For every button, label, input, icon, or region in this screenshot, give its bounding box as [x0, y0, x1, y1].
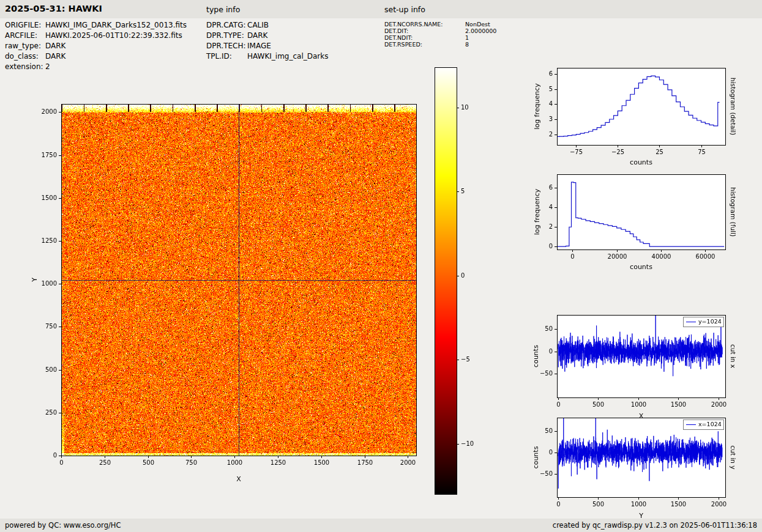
setup-info-row: DET.NCORRS.NAME:NonDest: [384, 21, 496, 28]
field-value: DARK: [45, 52, 65, 61]
field-label: ARCFILE:: [5, 31, 45, 41]
field-label: DPR.TYPE:: [206, 31, 247, 41]
type-info-row: DPR.TYPE:DARK: [206, 31, 329, 41]
file-info-block: ORIGFILE:HAWKI_IMG_DARK_Darks152_0013.fi…: [5, 20, 187, 72]
type-info-row: DPR.CATG:CALIB: [206, 20, 329, 31]
field-value: HAWKI.2025-06-01T10:22:39.332.fits: [45, 31, 182, 40]
field-label: extension:: [5, 62, 45, 72]
setup-info-heading: set-up info: [384, 5, 425, 14]
type-info-row: DPR.TECH:IMAGE: [206, 41, 329, 51]
footer-bar: powered by QC: www.eso.org/HC created by…: [0, 519, 762, 532]
type-info-row: TPL.ID:HAWKI_img_cal_Darks: [206, 51, 329, 62]
setup-info-row: DET.NDIT:1: [384, 34, 496, 41]
footer-powered-by: powered by QC: www.eso.org/HC: [5, 521, 121, 530]
field-label: DPR.TECH:: [206, 41, 247, 51]
field-value: IMAGE: [247, 42, 271, 50]
field-value: HAWKI_IMG_DARK_Darks152_0013.fits: [45, 21, 187, 29]
field-value: HAWKI_img_cal_Darks: [247, 52, 329, 61]
file-info-row: raw_type:DARK: [5, 41, 187, 51]
field-value: 8: [465, 41, 469, 48]
field-label: DET.NCORRS.NAME:: [384, 21, 465, 28]
colorbar: [428, 61, 496, 498]
field-value: NonDest: [465, 21, 490, 28]
field-value: DARK: [247, 31, 267, 40]
main-image-plot: [18, 61, 428, 489]
field-label: raw_type:: [5, 41, 45, 51]
page-title: 2025-05-31: HAWKI: [5, 4, 102, 13]
field-value: CALIB: [247, 21, 269, 29]
field-label: TPL.ID:: [206, 51, 247, 62]
field-label: DET.RSPEED:: [384, 41, 465, 48]
file-info-row: ORIGFILE:HAWKI_IMG_DARK_Darks152_0013.fi…: [5, 20, 187, 31]
cut-in-x-plot: [520, 303, 753, 423]
file-info-row: do_class:DARK: [5, 51, 187, 62]
setup-info-block: DET.NCORRS.NAME:NonDest DET.DIT:2.000000…: [384, 21, 496, 48]
type-info-block: DPR.CATG:CALIB DPR.TYPE:DARK DPR.TECH:IM…: [206, 20, 329, 62]
field-label: DET.DIT:: [384, 28, 465, 34]
file-info-row: extension:2: [5, 62, 187, 72]
field-value: 2.0000000: [465, 28, 496, 34]
setup-info-row: DET.DIT:2.0000000: [384, 28, 496, 34]
histogram-detail-plot: [520, 58, 753, 168]
type-info-heading: type info: [206, 5, 240, 14]
histogram-full-plot: [520, 165, 753, 275]
field-label: do_class:: [5, 51, 45, 62]
field-label: DPR.CATG:: [206, 20, 247, 31]
field-label: ORIGFILE:: [5, 20, 45, 31]
field-label: DET.NDIT:: [384, 34, 465, 41]
field-value: 2: [45, 62, 50, 71]
field-value: 1: [465, 34, 469, 41]
file-info-row: ARCFILE:HAWKI.2025-06-01T10:22:39.332.fi…: [5, 31, 187, 41]
header-bar: 2025-05-31: HAWKI type info set-up info: [0, 0, 762, 18]
footer-created-by: created by qc_rawdisp.py v1.2.3 on 2025-…: [553, 521, 757, 530]
setup-info-row: DET.RSPEED:8: [384, 41, 496, 48]
cut-in-y-plot: [520, 405, 753, 522]
field-value: DARK: [45, 42, 65, 50]
